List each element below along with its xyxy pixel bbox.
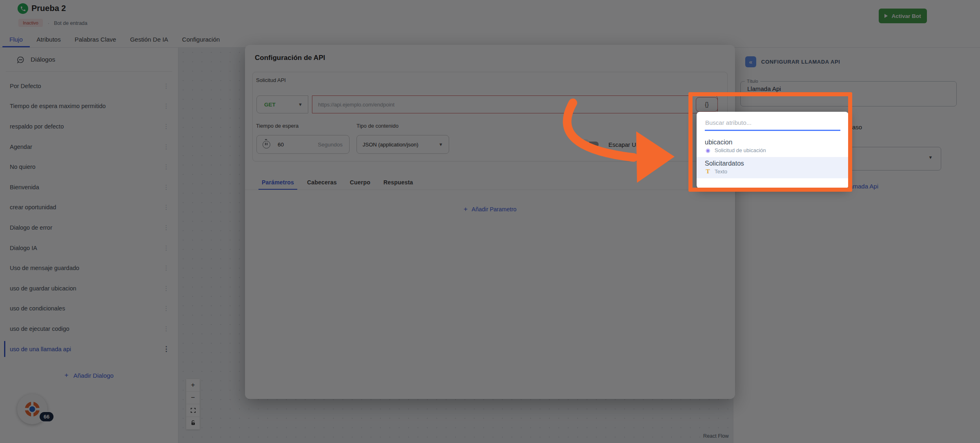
attribute-type-label: Texto <box>715 168 727 175</box>
attribute-sub: Texto <box>705 168 840 175</box>
attribute-type-icon <box>705 168 711 175</box>
attribute-type-icon <box>705 148 711 153</box>
attribute-sub: Solicitud de ubicación <box>705 147 840 153</box>
attribute-name: ubicacion <box>705 139 840 146</box>
attribute-search-input[interactable] <box>705 119 840 131</box>
attribute-option[interactable]: Solicitardatos Texto <box>697 157 849 178</box>
attribute-list: ubicacion Solicitud de ubicación Solicit… <box>697 136 849 178</box>
attribute-dropdown: ubicacion Solicitud de ubicación Solicit… <box>697 112 849 188</box>
attribute-option[interactable]: ubicacion Solicitud de ubicación <box>697 136 849 157</box>
attribute-type-label: Solicitud de ubicación <box>715 147 766 153</box>
attribute-name: Solicitardatos <box>705 160 840 167</box>
dim-overlay <box>0 0 980 443</box>
app-screen: + − React Flow Prueba 2 Inactivo · Bot d… <box>0 0 980 443</box>
